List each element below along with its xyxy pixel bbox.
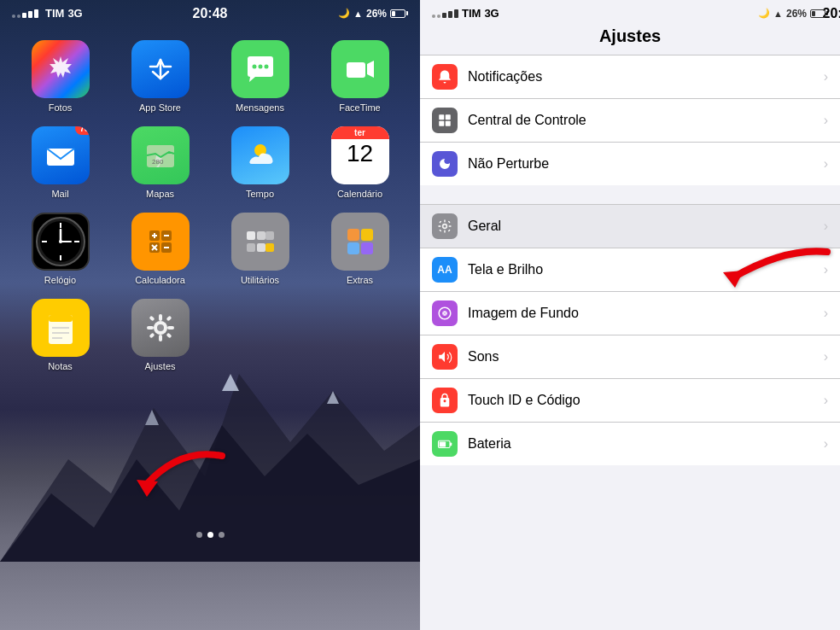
notas-icon (32, 299, 90, 357)
carrier-left: TIM (45, 7, 64, 20)
svg-rect-38 (247, 243, 255, 252)
app-grid: Fotos App Store (0, 30, 420, 382)
settings-item-touchid[interactable]: Touch ID e Código › (420, 379, 840, 423)
settings-item-imagem[interactable]: Imagem de Fundo › (420, 292, 840, 335)
bateria-icon (432, 431, 458, 457)
settings-item-naoperturbe[interactable]: Não Perturbe › (420, 143, 840, 185)
right-panel: TIM 3G 20:48 🌙 ▲ 26% Ajustes (420, 0, 840, 630)
relogio-icon (32, 213, 90, 271)
app-facetime[interactable]: FaceTime (317, 40, 403, 113)
settings-item-central[interactable]: Central de Controle › (420, 99, 840, 143)
settings-item-bateria[interactable]: Bateria › (420, 423, 840, 465)
facetime-label: FaceTime (339, 102, 381, 113)
app-tempo[interactable]: Tempo (217, 126, 303, 199)
svg-point-66 (443, 225, 446, 227)
mapas-label: Mapas (146, 189, 174, 199)
app-notas[interactable]: Notas (17, 299, 103, 371)
settings-item-notificacoes[interactable]: Notificações › (420, 55, 840, 99)
svg-rect-46 (49, 315, 73, 322)
battery-pct-right: 26% (786, 8, 807, 20)
central-label: Central de Controle (468, 113, 814, 128)
signal-dots-right (432, 9, 458, 18)
svg-rect-58 (149, 332, 155, 338)
svg-rect-53 (159, 335, 162, 341)
calendario-label: Calendário (337, 189, 382, 199)
app-relogio[interactable]: Relógio (17, 213, 103, 285)
app-fotos[interactable]: Fotos (17, 40, 103, 113)
svg-rect-36 (257, 231, 265, 240)
notificacoes-label: Notificações (468, 69, 814, 85)
svg-rect-37 (265, 231, 274, 240)
battery-icon-right (810, 9, 828, 18)
group-gap-1 (420, 185, 840, 204)
touchid-icon (432, 388, 458, 413)
app-ajustes[interactable]: Ajustes (117, 299, 203, 371)
app-extras[interactable]: Extras (317, 213, 403, 285)
settings-item-sons[interactable]: Sons › (420, 335, 840, 379)
settings-item-geral[interactable]: Geral › (420, 204, 840, 248)
moon-icon-right: 🌙 (758, 8, 770, 19)
svg-rect-44 (361, 242, 373, 254)
svg-rect-59 (166, 332, 172, 338)
app-mapas[interactable]: 280 Mapas (117, 126, 203, 199)
settings-item-tela[interactable]: AA Tela e Brilho › (420, 248, 840, 292)
touchid-label: Touch ID e Código (468, 393, 814, 408)
app-utilitarios[interactable]: Utilitários (217, 213, 303, 285)
svg-rect-64 (446, 121, 451, 126)
status-right-right-side: 🌙 ▲ 26% (758, 8, 828, 20)
central-chevron: › (824, 113, 828, 128)
sons-label: Sons (468, 349, 814, 365)
page-dot-2 (207, 532, 213, 538)
app-mail[interactable]: 78 Mail (17, 126, 103, 199)
mapas-icon: 280 (131, 126, 190, 184)
settings-group-2: Geral › AA Tela e Brilho › (420, 204, 840, 465)
svg-point-51 (157, 324, 164, 331)
sons-icon (432, 344, 458, 370)
status-right-left: 🌙 ▲ 26% (338, 8, 408, 20)
mail-label: Mail (51, 189, 68, 199)
sons-chevron: › (824, 349, 828, 365)
svg-rect-73 (439, 230, 441, 232)
svg-rect-10 (347, 62, 365, 78)
app-calculadora[interactable]: Calculadora (117, 213, 203, 285)
svg-point-7 (252, 65, 256, 69)
cal-day: 12 (347, 141, 373, 167)
app-mensagens[interactable]: Mensagens (217, 40, 303, 113)
svg-point-8 (258, 65, 262, 69)
touchid-chevron: › (824, 393, 828, 408)
app-calendario[interactable]: ter 12 Calendário (317, 126, 403, 199)
tempo-label: Tempo (246, 189, 274, 199)
svg-rect-62 (446, 114, 451, 120)
right-status-bar: TIM 3G 20:48 🌙 ▲ 26% (420, 0, 840, 23)
svg-rect-68 (444, 230, 445, 233)
svg-rect-43 (347, 242, 359, 254)
appstore-icon (131, 40, 190, 98)
svg-text:280: 280 (152, 158, 164, 166)
svg-rect-41 (347, 229, 359, 241)
svg-point-9 (264, 65, 268, 69)
left-panel: TIM 3G 20:48 🌙 ▲ 26% Fotos (0, 0, 420, 630)
svg-rect-54 (147, 326, 154, 330)
imagem-label: Imagem de Fundo (468, 306, 814, 321)
status-left: TIM 3G (12, 7, 83, 20)
naoperturbe-label: Não Perturbe (468, 156, 814, 172)
svg-rect-69 (438, 225, 440, 226)
svg-rect-42 (361, 229, 373, 241)
svg-rect-55 (167, 326, 174, 330)
svg-rect-67 (444, 219, 445, 222)
battery-pct-left: 26% (366, 8, 387, 20)
svg-point-24 (59, 240, 62, 243)
settings-header: Ajustes (420, 23, 840, 55)
cal-month: ter (331, 126, 389, 139)
calendario-icon: ter 12 (331, 126, 389, 184)
imagem-chevron: › (824, 306, 828, 321)
extras-label: Extras (347, 275, 373, 285)
settings-list: Notificações › Central de Controle › (420, 55, 840, 630)
bateria-label: Bateria (468, 436, 814, 452)
tela-chevron: › (824, 262, 828, 277)
page-dot-3 (219, 532, 225, 538)
geral-label: Geral (468, 219, 814, 234)
bateria-chevron: › (824, 436, 828, 452)
tela-label: Tela e Brilho (468, 262, 814, 277)
app-appstore[interactable]: App Store (117, 40, 203, 113)
